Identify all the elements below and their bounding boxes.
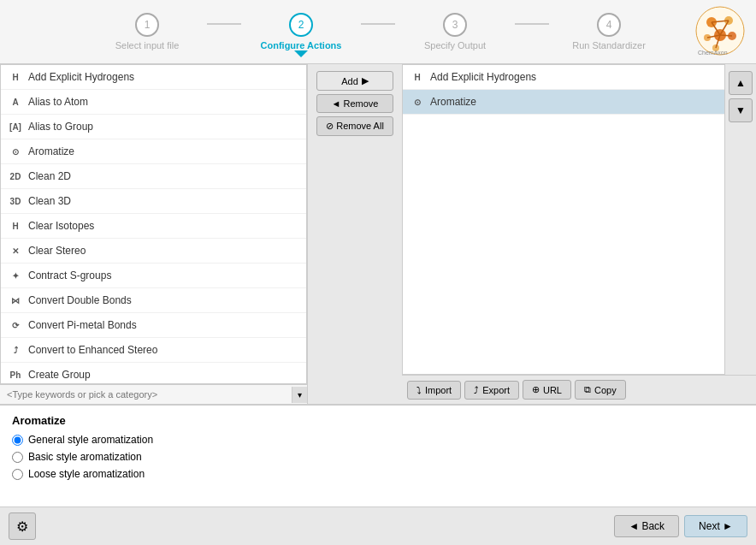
left-list-item[interactable]: ✦ Contract S-groups (1, 264, 306, 288)
add-button[interactable]: Add ▶ (316, 71, 393, 91)
item-label: Aromatize (28, 145, 74, 157)
item-label: Convert to Enhanced Stereo (28, 344, 157, 356)
right-list-item[interactable]: H Add Explicit Hydrogens (403, 65, 724, 90)
item-icon: [A] (8, 119, 23, 134)
item-label: Aromatize (430, 96, 476, 108)
properties-title: Aromatize (12, 414, 744, 427)
item-icon: 2D (8, 169, 23, 184)
search-row: ▾ (0, 384, 307, 404)
right-area: H Add Explicit Hydrogens ⊙ Aromatize ▲ ▼… (402, 64, 756, 404)
item-icon: H (8, 69, 23, 85)
step-3-circle: 3 (443, 13, 467, 37)
connector-3 (515, 23, 549, 25)
radio-input-2[interactable] (12, 452, 23, 463)
remove-all-button[interactable]: ⊘ Remove All (316, 116, 393, 136)
gear-icon: ⚙ (16, 518, 28, 535)
copy-button[interactable]: ⧉ Copy (575, 380, 626, 400)
step-3-label: Specify Output (424, 40, 486, 50)
left-list-item[interactable]: H Add Explicit Hydrogens (1, 65, 306, 90)
item-icon: ⊙ (410, 94, 425, 110)
url-button[interactable]: ⊕ URL (523, 380, 571, 400)
left-list-item[interactable]: ⟳ Convert Pi-metal Bonds (1, 313, 306, 338)
step-2[interactable]: 2 Configure Actions (241, 13, 361, 50)
left-list-item[interactable]: 2D Clean 2D (1, 164, 306, 189)
right-bottom-buttons: ⤵ Import ⤴ Export ⊕ URL ⧉ Copy (402, 375, 756, 404)
radio-label-1: General style aromatization (28, 434, 153, 446)
connector-2 (361, 23, 395, 25)
item-icon: H (8, 218, 23, 234)
footer-nav-buttons: ◄ Back Next ► (614, 515, 747, 537)
item-label: Alias to Atom (28, 96, 88, 108)
step-4-label: Run Standardizer (572, 40, 646, 50)
actions-list[interactable]: H Add Explicit Hydrogens A Alias to Atom… (0, 64, 307, 384)
search-input[interactable] (0, 385, 292, 404)
panels-row: H Add Explicit Hydrogens A Alias to Atom… (0, 64, 756, 404)
item-icon: A (8, 94, 23, 110)
right-list-item[interactable]: ⊙ Aromatize (403, 90, 724, 115)
header: 1 Select input file 2 Configure Actions … (0, 0, 756, 64)
export-button[interactable]: ⤴ Export (464, 381, 519, 400)
step-2-circle: 2 (289, 13, 313, 37)
left-list-item[interactable]: ⤴ Convert to Enhanced Stereo (1, 338, 306, 363)
item-icon: Ph (8, 367, 23, 382)
radio-input-3[interactable] (12, 469, 23, 480)
radio-option-3[interactable]: Loose style aromatization (12, 468, 744, 480)
item-icon: ⋈ (8, 293, 23, 308)
radio-options: General style aromatization Basic style … (12, 434, 744, 480)
remove-button[interactable]: ◄ Remove (316, 94, 393, 113)
left-panel: H Add Explicit Hydrogens A Alias to Atom… (0, 64, 308, 404)
radio-label-3: Loose style aromatization (28, 468, 145, 480)
radio-option-1[interactable]: General style aromatization (12, 434, 744, 446)
item-label: Clean 2D (28, 170, 71, 182)
left-list-item[interactable]: A Alias to Atom (1, 90, 306, 115)
step-3[interactable]: 3 Specify Output (395, 13, 515, 50)
item-label: Convert Pi-metal Bonds (28, 319, 137, 331)
step-4-circle: 4 (597, 13, 621, 37)
left-list-item[interactable]: ⊙ Aromatize (1, 139, 306, 164)
step-1-circle: 1 (135, 13, 159, 37)
item-icon: ⊙ (8, 144, 23, 159)
item-label: Add Explicit Hydrogens (430, 71, 536, 83)
left-list-item[interactable]: ⋈ Convert Double Bonds (1, 288, 306, 313)
left-list-item[interactable]: Ph Create Group (1, 363, 306, 384)
left-list-item[interactable]: ✕ Clear Stereo (1, 239, 306, 264)
right-side-buttons: ▲ ▼ (725, 64, 756, 375)
step-4[interactable]: 4 Run Standardizer (549, 13, 669, 50)
gear-button[interactable]: ⚙ (9, 512, 36, 540)
chemaxon-logo: ChemAxon (694, 5, 746, 56)
item-icon: ⟳ (8, 317, 23, 333)
active-indicator (294, 50, 308, 57)
item-icon: H (410, 69, 425, 85)
move-down-button[interactable]: ▼ (729, 98, 753, 122)
back-button[interactable]: ◄ Back (614, 515, 679, 537)
left-list-item[interactable]: H Clear Isotopes (1, 214, 306, 239)
main-area: H Add Explicit Hydrogens A Alias to Atom… (0, 64, 756, 506)
item-icon: ⤴ (8, 342, 23, 358)
left-list-item[interactable]: [A] Alias to Group (1, 115, 306, 139)
item-icon: ✦ (8, 268, 23, 283)
radio-option-2[interactable]: Basic style aromatization (12, 451, 744, 463)
next-button[interactable]: Next ► (684, 515, 747, 537)
item-icon: 3D (8, 193, 23, 209)
move-up-button[interactable]: ▲ (729, 71, 753, 95)
radio-label-2: Basic style aromatization (28, 451, 142, 463)
item-label: Contract S-groups (28, 270, 111, 281)
step-1-label: Select input file (115, 40, 180, 50)
connector-1 (207, 23, 241, 25)
import-button[interactable]: ⤵ Import (407, 381, 461, 400)
left-list-item[interactable]: 3D Clean 3D (1, 189, 306, 214)
right-wrapper: H Add Explicit Hydrogens ⊙ Aromatize ▲ ▼ (402, 64, 756, 375)
svg-line-11 (720, 35, 732, 36)
search-dropdown-btn[interactable]: ▾ (292, 387, 307, 403)
right-list[interactable]: H Add Explicit Hydrogens ⊙ Aromatize (403, 65, 724, 374)
right-panel: H Add Explicit Hydrogens ⊙ Aromatize (402, 64, 725, 375)
item-label: Alias to Group (28, 121, 93, 133)
radio-input-1[interactable] (12, 435, 23, 446)
item-label: Create Group (28, 369, 91, 381)
step-1[interactable]: 1 Select input file (87, 13, 207, 50)
wizard-steps: 1 Select input file 2 Configure Actions … (87, 13, 669, 50)
footer: ⚙ ◄ Back Next ► (0, 506, 756, 545)
item-label: Clean 3D (28, 195, 71, 207)
middle-buttons: Add ▶ ◄ Remove ⊘ Remove All (308, 64, 402, 404)
item-label: Convert Double Bonds (28, 294, 132, 306)
